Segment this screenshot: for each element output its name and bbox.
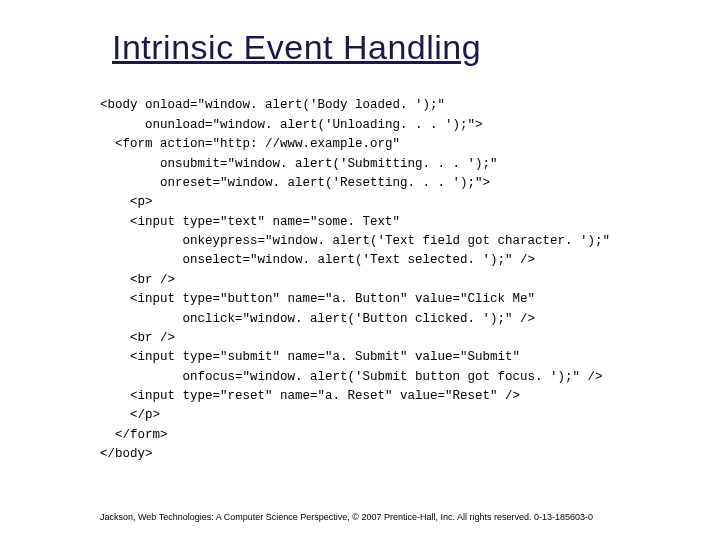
slide-title: Intrinsic Event Handling [112,28,720,67]
code-line: onkeypress="window. alert('Text field go… [100,234,610,248]
code-line: onselect="window. alert('Text selected. … [100,253,535,267]
code-line: <body onload="window. alert('Body loaded… [100,98,445,112]
code-line: </p> [100,408,160,422]
code-line: <input type="submit" name="a. Submit" va… [100,350,520,364]
code-line: <input type="text" name="some. Text" [100,215,400,229]
code-line: onfocus="window. alert('Submit button go… [100,370,603,384]
code-line: </form> [100,428,168,442]
code-line: onclick="window. alert('Button clicked. … [100,312,535,326]
code-line: <input type="button" name="a. Button" va… [100,292,535,306]
code-line: </body> [100,447,153,461]
code-line: <form action="http: //www.example.org" [100,137,400,151]
code-line: <br /> [100,273,175,287]
footer-citation: Jackson, Web Technologies: A Computer Sc… [100,512,593,522]
code-line: <input type="reset" name="a. Reset" valu… [100,389,520,403]
code-line: onunload="window. alert('Unloading. . . … [100,118,483,132]
code-line: <br /> [100,331,175,345]
code-line: onsubmit="window. alert('Submitting. . .… [100,157,498,171]
code-line: <p> [100,195,153,209]
code-line: onreset="window. alert('Resetting. . . '… [100,176,490,190]
code-listing: <body onload="window. alert('Body loaded… [100,77,720,465]
